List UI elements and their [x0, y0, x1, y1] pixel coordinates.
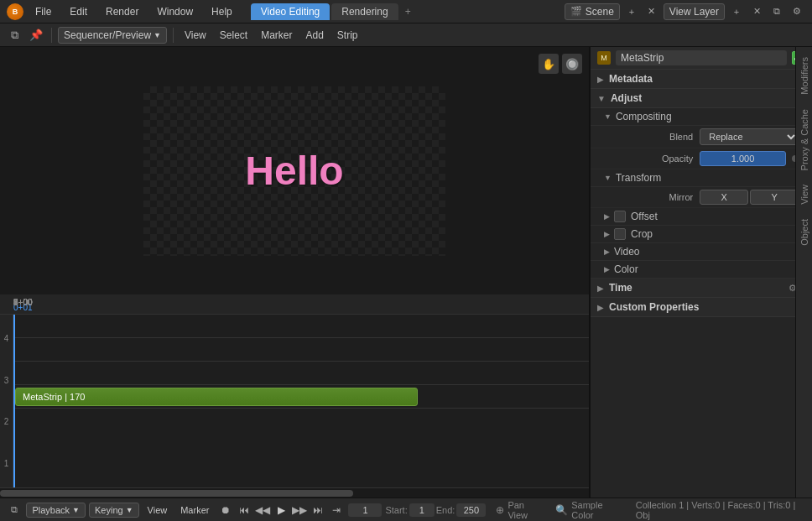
offset-title: Offset: [631, 211, 658, 222]
add-workspace-button[interactable]: +: [400, 3, 416, 20]
menu-marker[interactable]: Marker: [256, 28, 297, 43]
properties-header: M ✓: [591, 47, 812, 70]
keying-arrow-icon: ▼: [126, 506, 133, 514]
keying-label: Keying: [95, 505, 123, 515]
workspace-tabs: Video Editing Rendering +: [251, 3, 416, 20]
tab-video-editing[interactable]: Video Editing: [251, 3, 331, 20]
offset-check[interactable]: [614, 211, 626, 222]
keying-dropdown[interactable]: Keying ▼: [89, 503, 139, 518]
track-num-1: 1: [4, 459, 9, 468]
mirror-x-button[interactable]: X: [700, 190, 748, 205]
bottom-right-status: ⊕ Pan View 🔍 Sample Color Collection 1 |…: [496, 500, 807, 520]
menu-strip[interactable]: Strip: [332, 28, 363, 43]
editor-dropdown[interactable]: Sequencer/Preview ▼: [58, 27, 167, 44]
preview-area: Hello ✋ 🔘: [0, 47, 590, 294]
tab-modifiers[interactable]: Modifiers: [797, 50, 812, 102]
color-header[interactable]: ▶ Color: [591, 261, 812, 279]
view-layer-delete-button[interactable]: ✕: [748, 3, 765, 20]
top-menu-bar: B File Edit Render Window Help Video Edi…: [0, 0, 812, 23]
strip-label: MetaStrip | 170: [23, 392, 85, 402]
scene-delete-button[interactable]: ✕: [643, 3, 660, 20]
opacity-input[interactable]: [700, 151, 786, 166]
blender-logo-icon: B: [7, 3, 23, 20]
bottom-editor-icon[interactable]: ⧉: [5, 501, 23, 519]
pin-icon[interactable]: 📌: [27, 26, 45, 44]
end-frame-input[interactable]: [456, 503, 486, 517]
ruler-mark-9: 9+00: [13, 298, 33, 307]
jump-start-button[interactable]: ⏮: [236, 502, 252, 518]
custom-props-title: Custom Properties: [609, 301, 699, 313]
adjust-section-header[interactable]: ▼ Adjust: [591, 89, 812, 108]
bottom-marker-menu[interactable]: Marker: [175, 503, 214, 517]
separator-1: [51, 28, 52, 43]
track-numbers: 4 3 2 1: [0, 315, 13, 487]
menu-window[interactable]: Window: [150, 4, 200, 19]
menu-add[interactable]: Add: [300, 28, 328, 43]
sample-label: Sample Color: [571, 500, 626, 520]
menu-file[interactable]: File: [29, 4, 58, 19]
crop-check[interactable]: [614, 228, 626, 240]
loop-button[interactable]: ⇥: [328, 502, 345, 518]
adjust-title: Adjust: [611, 92, 642, 104]
record-button[interactable]: ⏺: [217, 502, 234, 518]
custom-props-header[interactable]: ▶ Custom Properties ≡: [591, 298, 812, 317]
scene-dropdown[interactable]: 🎬 Scene: [565, 3, 620, 20]
menu-render[interactable]: Render: [99, 4, 145, 19]
zoom-tool-button[interactable]: 🔘: [562, 54, 582, 74]
metadata-section-header[interactable]: ▶ Metadata: [591, 70, 812, 89]
menu-help[interactable]: Help: [205, 4, 239, 19]
jump-end-button[interactable]: ⏭: [310, 502, 326, 518]
offset-header[interactable]: ▶ Offset: [591, 208, 812, 226]
tab-object[interactable]: Object: [797, 212, 812, 253]
time-section-header[interactable]: ▶ Time ⚙ ≡: [591, 279, 812, 298]
metadata-title: Metadata: [609, 73, 653, 85]
transform-header[interactable]: ▼ Transform: [591, 169, 812, 187]
crop-title: Crop: [631, 228, 653, 240]
menu-edit[interactable]: Edit: [63, 4, 94, 19]
view-layer-dropdown[interactable]: View Layer: [664, 3, 725, 20]
video-arrow-icon: ▶: [604, 247, 610, 256]
tab-view[interactable]: View: [797, 178, 812, 211]
time-title: Time: [609, 282, 632, 294]
fullscreen-button[interactable]: ⧉: [768, 3, 785, 20]
track-1[interactable]: MetaStrip | 170: [13, 385, 589, 409]
current-frame-input[interactable]: [348, 503, 382, 517]
blend-row: Blend Replace: [591, 126, 812, 148]
step-back-button[interactable]: ◀◀: [254, 502, 271, 518]
transport-controls: ⏺ ⏮ ◀◀ ▶ ▶▶ ⏭ ⇥: [217, 502, 345, 518]
playback-label: Playback: [32, 505, 70, 515]
transform-title: Transform: [616, 172, 661, 184]
play-button[interactable]: ▶: [273, 502, 289, 518]
step-forward-button[interactable]: ▶▶: [291, 502, 308, 518]
opacity-value: [700, 151, 799, 166]
editor-type-icon[interactable]: ⧉: [5, 26, 23, 44]
bottom-bar: ⧉ Playback ▼ Keying ▼ View Marker ⏺ ⏮ ◀◀…: [0, 498, 812, 521]
settings-button[interactable]: ⚙: [789, 3, 805, 20]
bottom-view-menu[interactable]: View: [143, 503, 173, 517]
crop-header[interactable]: ▶ Crop: [591, 226, 812, 243]
pan-tool-button[interactable]: ✋: [539, 54, 559, 74]
opacity-label: Opacity: [611, 154, 700, 164]
playback-dropdown[interactable]: Playback ▼: [26, 503, 86, 518]
strip-name-input[interactable]: [616, 50, 787, 65]
left-panel: Hello ✋ 🔘 0+01 1+00 2+00 3+00 4+00 5+00 …: [0, 47, 590, 498]
scrollbar-thumb[interactable]: [0, 490, 353, 497]
mirror-y-button[interactable]: Y: [750, 190, 799, 205]
blend-select[interactable]: Replace: [700, 128, 799, 145]
menu-view[interactable]: View: [180, 28, 211, 43]
compositing-title: Compositing: [616, 111, 672, 122]
timeline-scrollbar[interactable]: [0, 487, 589, 498]
menu-select[interactable]: Select: [215, 28, 252, 43]
scene-new-button[interactable]: +: [623, 3, 640, 20]
tab-rendering[interactable]: Rendering: [331, 3, 398, 20]
strip-icon: M: [597, 51, 611, 65]
adjust-arrow-icon: ▼: [597, 94, 606, 103]
compositing-header[interactable]: ▼ Compositing: [591, 108, 812, 126]
video-header[interactable]: ▶ Video: [591, 243, 812, 261]
start-frame-input[interactable]: [409, 503, 435, 517]
tab-proxy-cache[interactable]: Proxy & Cache: [797, 102, 812, 177]
preview-tools: ✋ 🔘: [539, 54, 582, 74]
view-layer-new-button[interactable]: +: [728, 3, 745, 20]
meta-strip[interactable]: MetaStrip | 170: [15, 388, 418, 406]
sample-icon: 🔍: [555, 504, 568, 516]
